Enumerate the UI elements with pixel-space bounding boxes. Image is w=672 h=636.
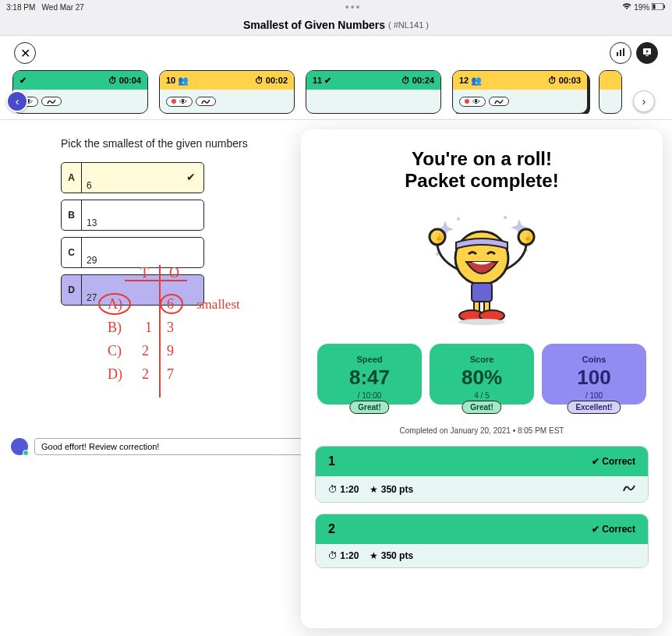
check-icon: ✔	[592, 456, 599, 467]
svg-point-28	[504, 216, 507, 219]
answer-b[interactable]: B 13	[61, 200, 204, 231]
flag-eye-pill: 👁	[166, 97, 193, 107]
result-head: 1 ✔ Correct	[316, 447, 648, 476]
scribble-pill	[489, 97, 509, 106]
chevron-right-icon: ›	[642, 95, 646, 108]
card-body: 👁	[453, 90, 587, 113]
result-num: 2	[328, 522, 335, 536]
result-body: ⏱ 1:20 ★ 350 pts	[316, 476, 648, 502]
stats-row: Speed 8:47 / 10:00 Great! Score 80% 4 / …	[315, 344, 649, 405]
scribble-pill	[41, 97, 62, 106]
stopwatch-icon: ⏱	[401, 76, 410, 85]
play-screen-icon	[642, 46, 652, 60]
present-button[interactable]	[636, 42, 658, 64]
stat-value: 8:47	[317, 366, 422, 390]
stat-badge: Great!	[462, 401, 501, 414]
battery-icon	[652, 3, 666, 12]
svg-rect-5	[623, 48, 624, 56]
avatar[interactable]	[11, 438, 28, 455]
card-head: 10 👥 ⏱ 00:02	[160, 71, 294, 90]
result-time: ⏱ 1:20	[328, 484, 359, 495]
result-row-2[interactable]: 2 ✔ Correct ⏱ 1:20 ★ 350 pts	[315, 514, 649, 568]
question-card-0[interactable]: ✔ ⏱ 00:04 👁	[12, 70, 148, 114]
question-card-1[interactable]: 10 👥 ⏱ 00:02 👁	[159, 70, 295, 114]
stopwatch-icon: ⏱	[255, 76, 263, 85]
stat-sub: 4 / 5	[430, 391, 534, 400]
page-title-bar: Smallest of Given Numbers ( #NL141 )	[0, 14, 672, 36]
check-icon: ✔	[186, 171, 196, 183]
stat-value: 80%	[430, 366, 534, 390]
svg-rect-4	[620, 50, 621, 56]
result-time: ⏱ 1:20	[328, 550, 359, 561]
stat-label: Speed	[317, 355, 422, 364]
result-head: 2 ✔ Correct	[316, 514, 648, 544]
bar-chart-icon	[616, 46, 625, 60]
answer-value: 6✔	[82, 163, 203, 193]
stat-label: Score	[430, 355, 534, 364]
page-code: ( #NL141 )	[388, 20, 429, 30]
svg-rect-36	[472, 283, 492, 302]
result-row-1[interactable]: 1 ✔ Correct ⏱ 1:20 ★ 350 pts	[315, 446, 649, 503]
svg-text:2: 2	[142, 366, 149, 382]
svg-text:9: 9	[167, 343, 174, 359]
svg-text:D): D)	[108, 366, 122, 383]
stopwatch-icon: ⏱	[108, 76, 117, 85]
result-status: ✔ Correct	[592, 524, 635, 535]
answer-d[interactable]: D 27	[61, 274, 204, 306]
card-strip[interactable]: ✔ ⏱ 00:04 👁 10 👥 ⏱ 00:02 👁	[12, 70, 660, 114]
stat-badge: Excellent!	[567, 401, 621, 414]
result-body: ⏱ 1:20 ★ 350 pts	[316, 544, 648, 567]
svg-rect-3	[617, 52, 618, 56]
answer-value: 29	[82, 238, 203, 267]
people-icon: 👥	[471, 76, 482, 85]
chevron-left-icon: ‹	[16, 95, 19, 108]
completed-timestamp: Completed on January 20, 2021 • 8:05 PM …	[315, 426, 649, 435]
svg-text:✌: ✌	[434, 232, 445, 243]
status-left: 3:18 PM Wed Mar 27	[6, 3, 84, 12]
status-bar: 3:18 PM Wed Mar 27 ••• 19%	[0, 0, 672, 14]
card-timer: ⏱ 00:24	[401, 76, 434, 85]
svg-text:✌: ✌	[523, 232, 534, 243]
card-head	[599, 71, 621, 90]
stat-sub: / 10:00	[317, 391, 422, 400]
answer-c[interactable]: C 29	[61, 237, 204, 268]
next-card-button[interactable]: ›	[633, 90, 655, 112]
close-button[interactable]: ✕	[14, 42, 36, 64]
stat-value: 100	[542, 366, 646, 390]
stopwatch-icon: ⏱	[328, 484, 338, 495]
status-right: 19%	[622, 2, 666, 12]
star-icon: ★	[370, 484, 378, 495]
scribble-icon[interactable]	[623, 482, 635, 496]
answer-letter: A	[62, 163, 82, 193]
card-status: 10 👥	[166, 76, 189, 86]
card-status: 11 ✔	[313, 76, 331, 86]
svg-text:7: 7	[167, 366, 174, 382]
close-icon: ✕	[20, 46, 30, 61]
card-timer: ⏱ 00:03	[548, 76, 581, 85]
drag-handle-icon: •••	[345, 1, 362, 13]
card-status: ✔	[19, 76, 27, 86]
prev-card-button[interactable]: ‹	[6, 90, 28, 112]
svg-text:2: 2	[142, 343, 149, 359]
stats-button[interactable]	[610, 42, 631, 64]
stat-coins: Coins 100 / 100 Excellent!	[542, 344, 646, 405]
answer-value: 13	[82, 200, 203, 230]
scribble-pill	[196, 97, 216, 106]
card-timer: ⏱ 00:04	[108, 76, 141, 85]
card-body: 👁	[160, 90, 294, 113]
question-card-2[interactable]: 11 ✔ ⏱ 00:24	[306, 70, 441, 114]
result-num: 1	[328, 454, 335, 468]
svg-text:C): C)	[108, 343, 122, 359]
stat-sub: / 100	[542, 391, 646, 400]
wifi-icon	[622, 3, 634, 12]
svg-rect-2	[664, 5, 666, 9]
battery-percent: 19%	[634, 3, 649, 12]
card-body	[599, 90, 621, 113]
page-title: Smallest of Given Numbers	[243, 19, 385, 31]
panel-headline: You're on a roll! Packet complete!	[315, 148, 649, 191]
stat-speed: Speed 8:47 / 10:00 Great!	[317, 344, 422, 405]
question-card-3[interactable]: 12 👥 ⏱ 00:03 👁	[452, 70, 588, 114]
answer-a[interactable]: A 6✔	[61, 162, 204, 193]
stopwatch-icon: ⏱	[548, 76, 557, 85]
question-card-4[interactable]	[599, 70, 622, 114]
